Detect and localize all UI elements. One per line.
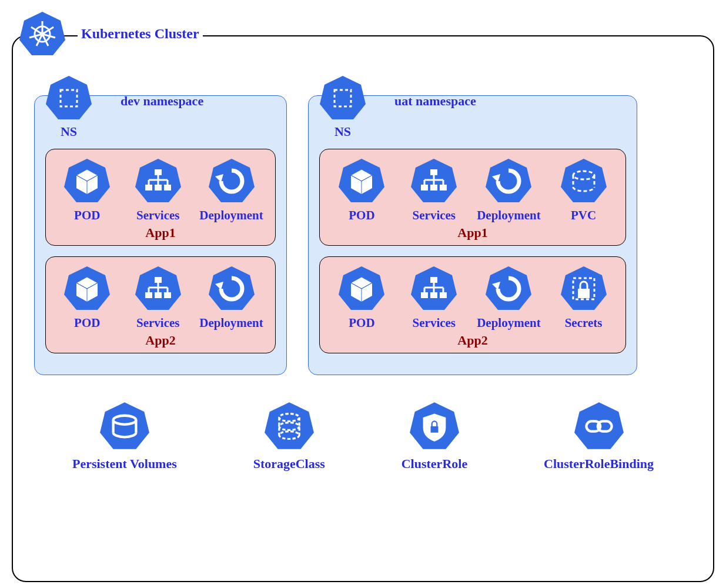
service-icon <box>410 265 457 312</box>
ns-uat-title: uat namespace <box>391 93 480 109</box>
clusterrole-icon <box>409 401 460 452</box>
dev-app1-pod: POD <box>58 158 116 223</box>
deployment-icon <box>485 265 532 312</box>
uat-app2-label: App2 <box>326 333 620 348</box>
namespace-icon <box>45 75 92 122</box>
dev-app2-pod: POD <box>58 265 116 330</box>
dev-app1-box: POD Services Deployment App1 <box>45 149 276 246</box>
uat-app2-deployment: Deployment <box>477 265 541 330</box>
uat-app1-label: App1 <box>326 225 620 240</box>
cluster-role-binding: ClusterRoleBinding <box>544 401 654 472</box>
service-icon <box>410 158 457 205</box>
pod-icon <box>338 158 385 205</box>
cluster-box: Kubernetes Cluster NS dev namespace POD <box>12 35 714 582</box>
k8s-cluster-icon <box>19 11 66 58</box>
deployment-icon <box>208 265 255 312</box>
secret-icon <box>560 265 607 312</box>
pod-icon <box>63 158 111 205</box>
uat-app1-deployment: Deployment <box>477 158 541 223</box>
service-icon <box>135 265 182 312</box>
clusterrolebinding-icon <box>574 401 624 452</box>
ns-uat-icon-wrap: NS <box>319 75 366 139</box>
uat-app1-pvc: PVC <box>554 158 613 223</box>
service-icon <box>135 158 182 205</box>
storageclass-icon <box>264 401 315 452</box>
persistent-volumes: Persistent Volumes <box>72 401 177 472</box>
dev-app1-services: Services <box>129 158 188 223</box>
ns-uat-label: NS <box>319 124 366 139</box>
pod-icon <box>63 265 111 312</box>
namespace-dev: NS dev namespace POD Services Dep <box>34 95 287 375</box>
uat-app2-secrets: Secrets <box>554 265 613 330</box>
dev-app1-deployment: Deployment <box>199 158 263 223</box>
deployment-icon <box>485 158 532 205</box>
uat-app1-services: Services <box>404 158 463 223</box>
namespace-icon <box>319 75 366 122</box>
deployment-icon <box>208 158 255 205</box>
cluster-title: Kubernetes Cluster <box>78 26 203 42</box>
uat-app1-pod: POD <box>332 158 391 223</box>
uat-app2-box: POD Services Deployment Secrets <box>319 256 626 353</box>
dev-app1-label: App1 <box>52 225 269 240</box>
ns-dev-label: NS <box>45 124 92 139</box>
uat-app2-pod: POD <box>332 265 391 330</box>
cluster-resources-row: Persistent Volumes StorageClass ClusterR… <box>34 401 692 472</box>
ns-dev-title: dev namespace <box>117 93 207 109</box>
namespace-uat: NS uat namespace POD Services Dep <box>308 95 637 375</box>
pvc-icon <box>560 158 607 205</box>
uat-app2-services: Services <box>404 265 463 330</box>
uat-app1-box: POD Services Deployment PVC App <box>319 149 626 246</box>
dev-app2-deployment: Deployment <box>199 265 263 330</box>
namespaces-row: NS dev namespace POD Services Dep <box>34 95 692 375</box>
dev-app2-label: App2 <box>52 333 269 348</box>
ns-dev-icon-wrap: NS <box>45 75 92 139</box>
pv-icon <box>99 401 150 452</box>
dev-app2-box: POD Services Deployment App2 <box>45 256 276 353</box>
storage-class: StorageClass <box>253 401 325 472</box>
pod-icon <box>338 265 385 312</box>
dev-app2-services: Services <box>129 265 188 330</box>
cluster-role: ClusterRole <box>402 401 467 472</box>
